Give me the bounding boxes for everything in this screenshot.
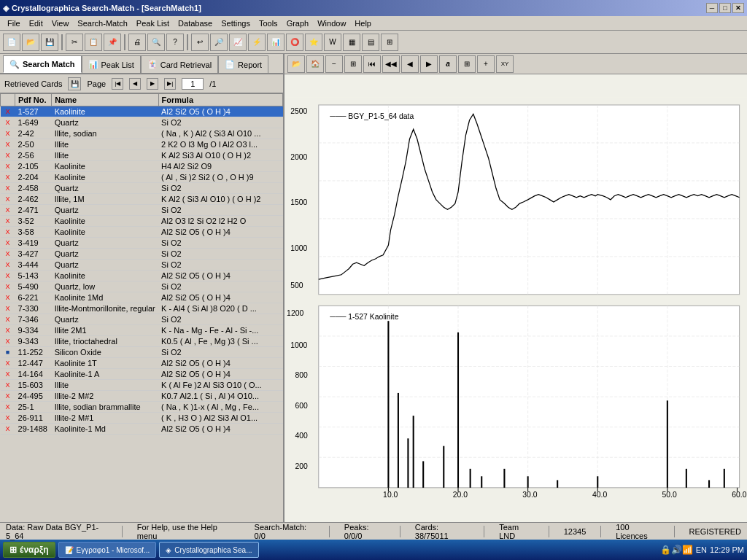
table-row[interactable]: ■ 11-252 Silicon Oxide Si O2 bbox=[1, 347, 283, 358]
table-row[interactable]: X 2-471 Quartz Si O2 bbox=[1, 205, 283, 216]
page-input[interactable] bbox=[182, 78, 204, 90]
help-button[interactable]: ? bbox=[166, 34, 184, 51]
table-row[interactable]: X 2-458 Quartz Si O2 bbox=[1, 183, 283, 194]
menu-help[interactable]: Help bbox=[350, 18, 376, 29]
taskbar-app-0[interactable]: 📝 Εγγραφο1 - Microsof... bbox=[58, 542, 157, 558]
menu-settings[interactable]: Settings bbox=[217, 18, 255, 29]
copy-button[interactable]: 📋 bbox=[85, 34, 102, 51]
star-button[interactable]: ⭐ bbox=[305, 34, 322, 51]
start-button[interactable]: ⊞ έναρξη bbox=[3, 542, 55, 558]
chart-a-button[interactable]: a bbox=[439, 55, 457, 73]
row-icon: X bbox=[1, 128, 15, 139]
undo-button[interactable]: ↩ bbox=[191, 34, 209, 51]
chart-grid-button[interactable]: ⊞ bbox=[458, 55, 476, 73]
col-header-formula[interactable]: Formula bbox=[158, 94, 282, 106]
row-pdf: 12-447 bbox=[15, 358, 52, 369]
match-button[interactable]: ⚡ bbox=[248, 34, 266, 51]
tab-searchmatch[interactable]: 🔍 Search Match bbox=[3, 55, 82, 73]
menu-window[interactable]: Window bbox=[313, 18, 350, 29]
page-last-button[interactable]: ▶| bbox=[164, 78, 176, 90]
minimize-button[interactable]: ─ bbox=[706, 3, 718, 13]
tab-report[interactable]: 📄 Report bbox=[218, 55, 268, 73]
table-row[interactable]: X 26-911 Illite-2 M#1 ( K , H3 O ) Al2 S… bbox=[1, 413, 283, 424]
menu-graph[interactable]: Graph bbox=[282, 18, 314, 29]
table-row[interactable]: X 29-1488 Kaolinite-1 Md Al2 Si2 O5 ( O … bbox=[1, 424, 283, 435]
table-row[interactable]: X 1-649 Quartz Si O2 bbox=[1, 117, 283, 128]
table-row[interactable]: X 14-164 Kaolinite-1 A Al2 Si2 O5 ( O H … bbox=[1, 369, 283, 380]
table-row[interactable]: X 9-334 Illite 2M1 K - Na - Mg - Fe - Al… bbox=[1, 325, 283, 336]
chart-home-button[interactable]: 🏠 bbox=[306, 55, 324, 73]
chart-prev-button[interactable]: ◀◀ bbox=[382, 55, 400, 73]
page-prev-button[interactable]: ◀ bbox=[129, 78, 141, 90]
menu-edit[interactable]: Edit bbox=[25, 18, 47, 29]
chart-back-button[interactable]: ◀ bbox=[401, 55, 419, 73]
peaks-button[interactable]: 📈 bbox=[229, 34, 247, 51]
table-row[interactable]: X 3-419 Quartz Si O2 bbox=[1, 238, 283, 249]
table-row[interactable]: X 5-490 Quartz, low Si O2 bbox=[1, 281, 283, 292]
tab-cardretrieval[interactable]: 🃏 Card Retrieval bbox=[141, 55, 218, 73]
page-first-button[interactable]: |◀ bbox=[112, 78, 123, 90]
print-preview-button[interactable]: 🔍 bbox=[147, 34, 165, 51]
table-row[interactable]: X 3-444 Quartz Si O2 bbox=[1, 260, 283, 271]
table-row[interactable]: X 7-346 Quartz Si O2 bbox=[1, 314, 283, 325]
table-row[interactable]: X 15-603 Illite K ( Al Fe )2 Al Si3 O10 … bbox=[1, 380, 283, 391]
new-button[interactable]: 📄 bbox=[3, 34, 20, 51]
save-cards-button[interactable]: 💾 bbox=[68, 77, 81, 90]
menu-view[interactable]: View bbox=[47, 18, 74, 29]
menu-searchmatch[interactable]: Search-Match bbox=[73, 18, 131, 29]
menu-file[interactable]: File bbox=[3, 18, 25, 29]
table-row[interactable]: X 3-427 Quartz Si O2 bbox=[1, 249, 283, 260]
peaks-status: Peaks: 0/0/0 bbox=[344, 523, 385, 540]
menu-tools[interactable]: Tools bbox=[255, 18, 282, 29]
table-row[interactable]: X 2-105 Kaolinite H4 Al2 Si2 O9 bbox=[1, 161, 283, 172]
col-header-name[interactable]: Name bbox=[52, 94, 158, 106]
close-button[interactable]: ✕ bbox=[732, 3, 744, 13]
chart-rewind-button[interactable]: ⏮ bbox=[363, 55, 381, 73]
table-row[interactable]: X 12-447 Kaolinite 1T Al2 Si2 O5 ( O H )… bbox=[1, 358, 283, 369]
chart-open-button[interactable]: 📂 bbox=[287, 55, 305, 73]
chart-expand-button[interactable]: ⊞ bbox=[344, 55, 362, 73]
menu-peaklist[interactable]: Peak List bbox=[132, 18, 174, 29]
row-pdf: 25-1 bbox=[15, 402, 52, 413]
table-row[interactable]: X 25-1 Illite, sodian brammallite ( Na ,… bbox=[1, 402, 283, 413]
open-button[interactable]: 📂 bbox=[22, 34, 39, 51]
table-row[interactable]: X 5-143 Kaolinite Al2 Si2 O5 ( O H )4 bbox=[1, 271, 283, 281]
chart-xy-button[interactable]: XY bbox=[496, 55, 514, 73]
row-icon: X bbox=[1, 369, 15, 380]
table-row[interactable]: X 2-42 Illite, sodian ( Na , K ) Al2 ( S… bbox=[1, 128, 283, 139]
graph-button[interactable]: 📊 bbox=[267, 34, 285, 51]
col-header-pdf[interactable]: Pdf No. bbox=[15, 94, 52, 106]
cut-button[interactable]: ✂ bbox=[66, 34, 83, 51]
table-row[interactable]: X 2-204 Kaolinite ( Al , Si )2 Si2 ( O ,… bbox=[1, 172, 283, 183]
print-button[interactable]: 🖨 bbox=[128, 34, 146, 51]
tab-peaklist[interactable]: 📊 Peak List bbox=[82, 55, 141, 73]
table-row[interactable]: X 7-330 Illite-Montmorillonite, regular … bbox=[1, 303, 283, 314]
chart-minus-button[interactable]: − bbox=[325, 55, 343, 73]
paste-button[interactable]: 📌 bbox=[104, 34, 121, 51]
bar2-button[interactable]: ▤ bbox=[362, 34, 379, 51]
table-row[interactable]: X 3-52 Kaolinite Al2 O3 l2 Si O2 l2 H2 O bbox=[1, 216, 283, 227]
chart-plus-button[interactable]: + bbox=[477, 55, 495, 73]
maximize-button[interactable]: □ bbox=[719, 3, 731, 13]
table-row[interactable]: X 1-527 Kaolinite Al2 Si2 O5 ( O H )4 bbox=[1, 106, 283, 117]
table-row[interactable]: X 3-58 Kaolinite Al2 Si2 O5 ( O H )4 bbox=[1, 227, 283, 238]
table-row[interactable]: X 2-50 Illite 2 K2 O l3 Mg O l Al2 O3 l.… bbox=[1, 139, 283, 150]
table-row[interactable]: X 2-56 Illite K Al2 Si3 Al O10 ( O H )2 bbox=[1, 150, 283, 161]
menu-database[interactable]: Database bbox=[174, 18, 217, 29]
searchmatch-tab-label: Search Match bbox=[23, 60, 75, 69]
table-row[interactable]: X 9-343 Illite, trioctahedral K0.5 ( Al … bbox=[1, 336, 283, 347]
table-row[interactable]: X 6-221 Kaolinite 1Md Al2 Si2 O5 ( O H )… bbox=[1, 292, 283, 303]
taskbar-app-1[interactable]: ◈ Crystallographica Sea... bbox=[159, 542, 258, 558]
save-button[interactable]: 💾 bbox=[41, 34, 58, 51]
chart-forward-button[interactable]: ▶ bbox=[420, 55, 438, 73]
word-button[interactable]: W bbox=[324, 34, 341, 51]
table-row[interactable]: X 2-462 Illite, 1M K Al2 ( Si3 Al O10 ) … bbox=[1, 194, 283, 205]
table-row[interactable]: X 24-495 Illite-2 M#2 K0.7 Al2.1 ( Si , … bbox=[1, 391, 283, 402]
extra-button[interactable]: ⊞ bbox=[381, 34, 398, 51]
table-container[interactable]: Pdf No. Name Formula X 1-527 Kaolinite A… bbox=[0, 93, 283, 522]
row-icon: X bbox=[1, 194, 15, 205]
bar1-button[interactable]: ▦ bbox=[343, 34, 360, 51]
circle-button[interactable]: ⭕ bbox=[286, 34, 303, 51]
search-button[interactable]: 🔎 bbox=[210, 34, 228, 51]
page-next-button[interactable]: ▶ bbox=[147, 78, 158, 90]
